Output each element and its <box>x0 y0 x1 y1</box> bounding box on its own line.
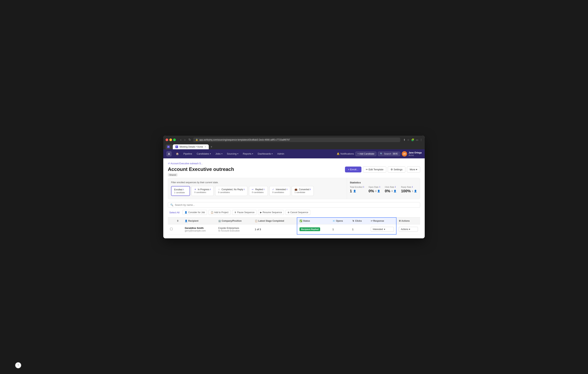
filter-card-replied[interactable]: ↩ Replied ℹ 0 candidates <box>249 186 268 196</box>
bookmark-button[interactable]: ☆ <box>407 138 410 141</box>
interested-info-icon: ℹ <box>287 188 287 190</box>
add-candidate-button[interactable]: + Add Candidate <box>355 151 376 156</box>
active-tab[interactable]: A Meeting Details • Acme ✕ <box>173 144 209 149</box>
company-position: Sr Account Executive <box>218 229 250 232</box>
filter-card-enrolled[interactable]: Enrolled ℹ 1 candidate <box>171 186 190 196</box>
in-progress-info-icon: ℹ <box>210 188 211 190</box>
filter-card-converted-count: 1 candidate <box>294 191 311 193</box>
search-bar[interactable]: 🔍 <box>168 202 420 208</box>
close-traffic-light[interactable] <box>166 139 168 141</box>
back-button[interactable]: ‹ <box>179 138 182 142</box>
th-actions: ⚙ Actions <box>396 217 420 224</box>
replied-info-icon: ℹ <box>264 188 264 190</box>
forward-button[interactable]: › <box>184 138 186 142</box>
table-row: Geraldine Smith gerry@example.com Coyote… <box>168 224 420 234</box>
row-stage-cell: 1 of 3 <box>252 224 297 234</box>
company-icon: 🏢 <box>218 220 222 222</box>
nav-dashboards[interactable]: Dashboards ▾ <box>256 151 274 156</box>
completed-info-icon: ℹ <box>244 188 245 190</box>
reports-chevron: ▾ <box>252 153 253 155</box>
stage-icon: 📋 <box>255 220 258 222</box>
jobs-chevron: ▾ <box>221 153 222 155</box>
recipient-icon: 👤 <box>185 220 188 222</box>
company-name: Coyote Enterprises <box>218 227 250 229</box>
click-rate-info-icon: ℹ <box>395 186 396 188</box>
browser-actions: ⬆ ☆ 🧩 ▭ ⋮ <box>403 138 422 141</box>
search-button[interactable]: 🔍 Search ⌘+K <box>378 151 400 156</box>
page-title: Account Executive outreach <box>168 166 234 172</box>
nav-home[interactable]: 🏠 <box>174 151 181 156</box>
filter-section: Filter enrolled sequences by their curre… <box>168 178 347 199</box>
enroll-button[interactable]: + Enroll... <box>345 167 361 172</box>
filter-card-enrolled-title: Enrolled ℹ <box>174 188 187 191</box>
stat-total-enrolled-value: 1 👤 <box>350 189 364 193</box>
status-badge: Recipient Replied <box>299 227 320 231</box>
filter-card-interested-title: ✓ Interested ℹ <box>272 188 287 191</box>
filter-card-interested[interactable]: ✓ Interested ℹ 0 candidates <box>269 186 290 196</box>
recipient-email: gerry@example.com <box>185 229 213 232</box>
actions-chevron-icon: ▾ <box>409 228 410 231</box>
browser-nav: ‹ › ↻ <box>179 138 192 142</box>
nav-sourcing[interactable]: Sourcing ▾ <box>225 151 240 156</box>
lock-icon: 🔒 <box>196 139 198 141</box>
app-logo: A <box>166 151 172 157</box>
filter-card-completed-no-reply-count: 0 candidates <box>218 191 245 193</box>
sidebar-button[interactable]: ▭ <box>416 138 418 141</box>
resume-sequence-button[interactable]: ▶ Resume Sequence <box>258 210 284 215</box>
tab-favicon: A <box>175 146 178 148</box>
ashby-favicon-tab: A <box>166 144 172 149</box>
statistics-title: Statistics <box>350 181 417 184</box>
address-bar[interactable]: 🔒 app.ashbyhq.com/sourcing/sequence-temp… <box>193 138 400 142</box>
cancel-icon: ⊗ <box>288 211 289 214</box>
th-stage: 📋 Latest Stage Completed <box>252 217 297 224</box>
filter-card-converted[interactable]: 💼 Converted ℹ 1 candidate <box>292 186 314 196</box>
url-text: app.ashbyhq.com/sourcing/sequence-templa… <box>199 139 290 141</box>
th-checkbox <box>168 217 175 224</box>
th-company: 🏢 Company/Position <box>216 217 252 224</box>
filter-card-completed-no-reply[interactable]: ⊘ Completed, No Reply ℹ 0 candidates <box>215 186 247 196</box>
interested-dropdown[interactable]: Interested ▾ <box>371 227 394 232</box>
row-actions-cell: Actions ▾ <box>396 224 420 234</box>
nav-admin[interactable]: Admin <box>275 151 286 156</box>
stat-reply-rate: Reply Rate ℹ 100% 1 👤 <box>401 186 417 193</box>
search-input[interactable] <box>175 203 418 206</box>
extensions-button[interactable]: 🧩 <box>411 138 414 141</box>
share-button[interactable]: ⬆ <box>403 138 406 141</box>
filter-card-in-progress-count: 0 candidates <box>194 191 211 193</box>
table-header-row: 0 👤 Recipient 🏢 Company/Position 📋 <box>168 217 420 224</box>
filter-card-in-progress[interactable]: ✈ In Progress ℹ 0 candidates <box>191 186 214 196</box>
refresh-button[interactable]: ↻ <box>188 138 192 142</box>
notifications-button[interactable]: 🔔 Notifications <box>337 152 354 155</box>
statistics-section: Statistics Total Enrolled ℹ 1 👤 <box>347 178 420 199</box>
edit-template-button[interactable]: ✏ Edit Template <box>363 166 386 173</box>
select-all-button[interactable]: Select All <box>168 210 181 215</box>
consider-for-job-button[interactable]: 👤 Consider for Job <box>182 210 207 215</box>
page-title-area: Account Executive outreach Shared <box>168 166 234 176</box>
cancel-sequence-button[interactable]: ⊗ Cancel Sequence <box>285 210 310 215</box>
settings-button[interactable]: ⚙ Settings <box>388 166 405 173</box>
nav-reports[interactable]: Reports ▾ <box>241 151 255 156</box>
add-project-icon: 📋 <box>211 211 213 214</box>
add-to-project-button[interactable]: 📋 Add to Project <box>209 210 231 215</box>
row-opens-cell: 1 <box>330 224 350 234</box>
stat-click-rate-label: Click Rate ℹ <box>385 186 397 188</box>
table-body: Geraldine Smith gerry@example.com Coyote… <box>168 224 420 234</box>
tab-close-button[interactable]: ✕ <box>205 146 206 148</box>
response-icon: ↩ <box>371 220 373 222</box>
user-avatar[interactable]: JO <box>402 151 407 157</box>
filter-card-replied-title: ↩ Replied ℹ <box>252 188 265 191</box>
stat-click-rate: Click Rate ℹ 0% 0 👤 <box>385 186 397 193</box>
new-tab-button[interactable]: + <box>209 144 214 149</box>
nav-candidates[interactable]: Candidates ▾ <box>195 151 213 156</box>
nav-pipeline[interactable]: Pipeline <box>181 151 194 156</box>
menu-button[interactable]: ⋮ <box>420 138 422 141</box>
nav-jobs[interactable]: Jobs ▾ <box>213 151 224 156</box>
actions-dropdown[interactable]: Actions ▾ <box>399 227 418 232</box>
maximize-traffic-light[interactable] <box>173 139 176 141</box>
clicks-icon: 🖱 <box>352 220 355 222</box>
breadcrumb[interactable]: ↺ Account Executive outreach S... <box>168 162 420 165</box>
row-checkbox[interactable] <box>170 228 173 230</box>
more-button[interactable]: More ▾ <box>407 166 420 173</box>
pause-sequence-button[interactable]: ⏸ Pause Sequence <box>232 210 256 215</box>
minimize-traffic-light[interactable] <box>169 139 172 141</box>
